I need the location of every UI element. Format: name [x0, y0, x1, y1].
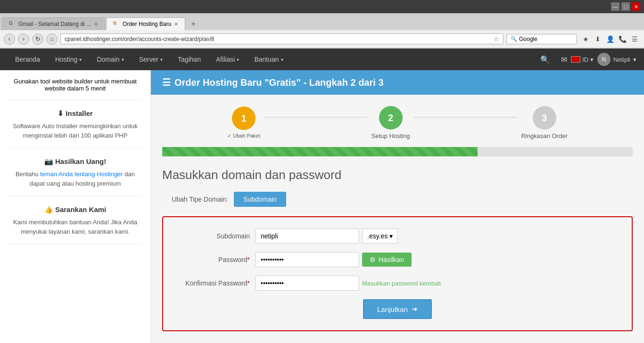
menu-icon[interactable]: ☰ [629, 33, 640, 45]
step-3-label: Ringkasan Order [521, 132, 567, 139]
nav-server[interactable]: Server ▾ [132, 50, 170, 69]
step-1-label: ✓ Ubah Paket [227, 133, 260, 139]
password-input-group: ⚙ Hasilkan [256, 252, 412, 267]
url-text: cpanel.idhostinger.com/order/accounts-cr… [65, 36, 494, 42]
nav-beranda-label: Beranda [15, 56, 40, 63]
flag-id-icon [571, 56, 580, 63]
subdomain-row: Subdomain .esy.es ▾ [174, 229, 620, 244]
nav-language-selector[interactable]: ID ▾ [571, 56, 594, 63]
tab-gmail[interactable]: G Gmail - Selamat Datang di ... ✕ [2, 17, 105, 30]
step-connector-1 [264, 117, 368, 118]
tab-gmail-label: Gmail - Selamat Datang di ... [18, 21, 91, 27]
url-bar[interactable]: cpanel.idhostinger.com/order/accounts-cr… [60, 33, 504, 44]
sidebar-recommend: 👍 Sarankan Kami Kami membutuhkan bantuan… [8, 205, 143, 244]
new-tab-button[interactable]: + [186, 18, 200, 30]
sidebar-promo-link[interactable]: tool website builder [40, 78, 92, 85]
tab-order-hosting[interactable]: N Order Hosting Baru ✕ [106, 17, 185, 30]
gmail-favicon: G [9, 21, 16, 27]
progress-container [151, 147, 644, 156]
nav-afiliasi[interactable]: Afiliasi ▾ [208, 50, 247, 69]
tabs-bar: G Gmail - Selamat Datang di ... ✕ N Orde… [0, 13, 644, 30]
form-section: Masukkan domain dan password Ubah Tipe D… [151, 168, 644, 343]
generate-password-button[interactable]: ⚙ Hasilkan [362, 253, 412, 267]
back-button[interactable]: ‹ [4, 33, 15, 45]
nav-domain[interactable]: Domain ▾ [89, 50, 131, 69]
person-icon[interactable]: 👤 [604, 33, 616, 45]
main-content: ☰ Order Hosting Baru "Gratis" - Langkah … [151, 70, 644, 343]
recommend-text: Kami membutuhkan bantuan Anda! Jika Anda… [8, 218, 143, 236]
subdomain-type-button[interactable]: Subdomain [234, 192, 286, 207]
nav-hosting-label: Hosting [55, 56, 77, 63]
domain-suffix-dropdown[interactable]: .esy.es ▾ [362, 229, 398, 244]
nav-hosting[interactable]: Hosting ▾ [48, 50, 89, 69]
minimize-button[interactable]: — [611, 2, 619, 11]
nav-email-icon[interactable]: ✉ [561, 55, 567, 64]
download-icon[interactable]: ⬇ [592, 33, 603, 45]
reload-button[interactable]: ↻ [32, 33, 43, 45]
step-3: 3 Ringkasan Order [521, 106, 567, 139]
title-bar: — □ ✕ [0, 0, 644, 13]
nav-tagihan[interactable]: Tagihan [170, 50, 208, 69]
step-3-circle: 3 [533, 106, 556, 130]
address-bar: ‹ › ↻ ⌂ cpanel.idhostinger.com/order/acc… [0, 30, 644, 48]
forward-button[interactable]: › [18, 33, 29, 45]
recommend-title: 👍 Sarankan Kami [8, 205, 143, 214]
nav-user-menu[interactable]: N Netipli ▾ [597, 53, 636, 66]
search-bar[interactable]: 🔍 Google [506, 34, 577, 44]
nav-beranda[interactable]: Beranda [8, 50, 48, 69]
maximize-button[interactable]: □ [621, 2, 630, 11]
earn-title: 📷 Hasilkan Uang! [8, 157, 143, 166]
sidebar-promo: Gunakan tool website builder untuk membu… [8, 78, 143, 100]
confirm-password-row: Konfirmasi Password* Masukkan password k… [174, 276, 620, 291]
submit-row: Lanjutkan ➜ [174, 299, 620, 319]
search-input-text: Google [519, 36, 537, 42]
password-required-mark: * [248, 256, 250, 263]
nav-username: Netipli [613, 56, 630, 63]
sidebar: Gunakan tool website builder untuk membu… [0, 70, 151, 343]
nav-bantuan-label: Bantuan [254, 56, 279, 63]
submit-button[interactable]: Lanjutkan ➜ [363, 299, 432, 319]
bookmark-icon[interactable]: ★ [580, 33, 591, 45]
sidebar-installer: ⬇ Installer Softaware Auto Installer mem… [8, 109, 143, 148]
generate-btn-label: Hasilkan [379, 256, 404, 263]
step-2-label: Setup Hosting [372, 132, 410, 139]
confirm-password-input[interactable] [256, 276, 359, 291]
step-2-circle: 2 [379, 106, 403, 130]
tab-hosting-close[interactable]: ✕ [174, 21, 178, 27]
submit-label: Lanjutkan [377, 305, 408, 313]
lang-caret-icon: ▾ [590, 56, 594, 63]
hosting-favicon: N [113, 21, 120, 27]
main-nav: Beranda Hosting ▾ Domain ▾ Server ▾ Tagi… [0, 49, 644, 70]
search-engine-label: 🔍 [511, 36, 517, 42]
domain-type-label: Ubah Tipe Domain: [162, 196, 228, 203]
installer-title: ⬇ Installer [8, 109, 143, 118]
phone-icon[interactable]: 📞 [617, 33, 628, 45]
step-1-circle: 1 [232, 106, 256, 130]
bantuan-caret-icon: ▾ [281, 57, 283, 62]
subdomain-label: Subdomain [174, 232, 250, 240]
bookmark-star-icon[interactable]: ☆ [494, 35, 499, 42]
server-caret-icon: ▾ [160, 57, 163, 62]
close-button[interactable]: ✕ [632, 2, 640, 11]
menu-icon-header: ☰ [162, 77, 171, 88]
password-label: Password* [174, 256, 250, 263]
tab-order-hosting-label: Order Hosting Baru [123, 21, 171, 27]
page-title: Order Hosting Baru "Gratis" - Langkah 2 … [174, 77, 384, 88]
home-button[interactable]: ⌂ [46, 33, 58, 45]
nav-bantuan[interactable]: Bantuan ▾ [247, 50, 290, 69]
hosting-caret-icon: ▾ [79, 57, 82, 62]
subdomain-input-group: .esy.es ▾ [256, 229, 398, 244]
domain-type-row: Ubah Tipe Domain: Subdomain [162, 192, 633, 207]
subdomain-input[interactable] [256, 229, 359, 244]
nav-search-icon[interactable]: 🔍 [537, 51, 553, 68]
gear-icon: ⚙ [370, 256, 376, 263]
afiliasi-caret-icon: ▾ [237, 57, 239, 62]
nav-afiliasi-label: Afiliasi [216, 56, 235, 63]
earn-link[interactable]: teman Anda tentang Hostinger [40, 171, 123, 178]
confirm-hint-text: Masukkan password kembali. [362, 280, 443, 287]
earn-text: Beritahu teman Anda tentang Hostinger da… [8, 170, 143, 188]
tab-gmail-close[interactable]: ✕ [94, 21, 98, 27]
step-connector-2 [413, 117, 517, 118]
password-input[interactable] [256, 252, 359, 267]
nav-tagihan-label: Tagihan [178, 56, 201, 63]
